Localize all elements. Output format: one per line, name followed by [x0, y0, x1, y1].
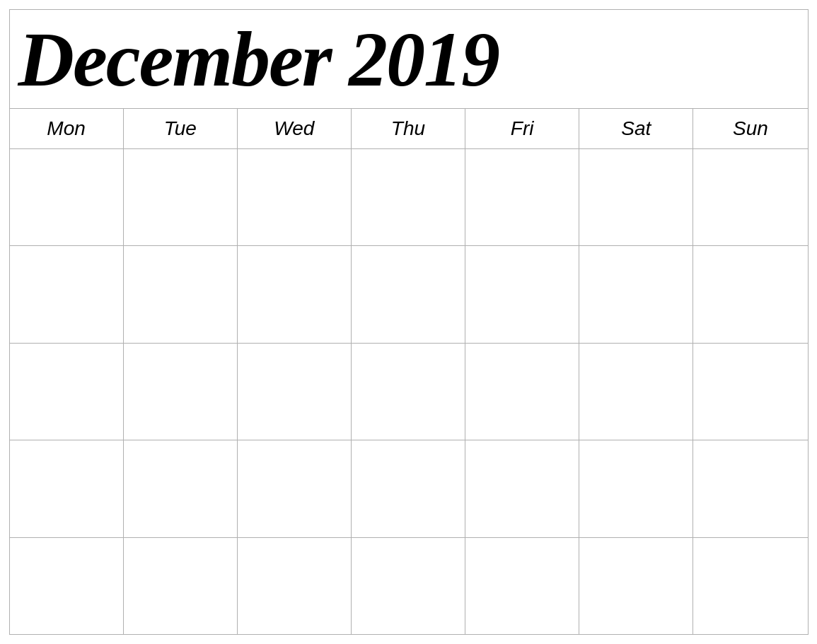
day-cell[interactable] — [238, 246, 352, 342]
day-cell[interactable] — [124, 538, 238, 634]
day-cell[interactable] — [465, 538, 579, 634]
week-row-1 — [10, 149, 808, 246]
day-cell[interactable] — [465, 149, 579, 245]
day-cell[interactable] — [352, 246, 465, 342]
day-cell[interactable] — [124, 344, 238, 440]
day-cell[interactable] — [579, 538, 693, 634]
day-cell[interactable] — [10, 538, 124, 634]
calendar-title: December 2019 — [18, 17, 799, 103]
calendar-header: December 2019 — [10, 10, 808, 109]
day-cell[interactable] — [10, 344, 124, 440]
week-row-5 — [10, 538, 808, 634]
day-cell[interactable] — [10, 440, 124, 537]
day-cell[interactable] — [124, 440, 238, 537]
day-cell[interactable] — [124, 246, 238, 342]
day-headers-row: MonTueWedThuFriSatSun — [10, 109, 808, 149]
day-cell[interactable] — [465, 440, 579, 537]
day-cell[interactable] — [693, 149, 807, 245]
day-header-sun: Sun — [693, 109, 807, 148]
week-row-4 — [10, 440, 808, 537]
day-cell[interactable] — [579, 246, 693, 342]
week-row-2 — [10, 246, 808, 343]
day-cell[interactable] — [10, 246, 124, 342]
day-cell[interactable] — [352, 149, 465, 245]
day-header-thu: Thu — [352, 109, 465, 148]
day-cell[interactable] — [579, 440, 693, 537]
day-cell[interactable] — [10, 149, 124, 245]
day-cell[interactable] — [693, 440, 807, 537]
day-cell[interactable] — [238, 344, 352, 440]
day-cell[interactable] — [465, 344, 579, 440]
weeks-container — [10, 149, 808, 634]
day-header-fri: Fri — [465, 109, 579, 148]
day-cell[interactable] — [352, 440, 465, 537]
day-cell[interactable] — [352, 344, 465, 440]
day-cell[interactable] — [238, 149, 352, 245]
day-cell[interactable] — [238, 440, 352, 537]
day-cell[interactable] — [693, 538, 807, 634]
day-cell[interactable] — [579, 149, 693, 245]
day-cell[interactable] — [352, 538, 465, 634]
day-cell[interactable] — [124, 149, 238, 245]
day-cell[interactable] — [693, 344, 807, 440]
day-header-tue: Tue — [124, 109, 238, 148]
day-cell[interactable] — [238, 538, 352, 634]
week-row-3 — [10, 344, 808, 440]
calendar: December 2019 MonTueWedThuFriSatSun — [9, 9, 809, 635]
day-cell[interactable] — [693, 246, 807, 342]
day-header-sat: Sat — [579, 109, 693, 148]
day-header-mon: Mon — [10, 109, 124, 148]
calendar-grid: MonTueWedThuFriSatSun — [10, 109, 808, 634]
day-cell[interactable] — [465, 246, 579, 342]
day-cell[interactable] — [579, 344, 693, 440]
day-header-wed: Wed — [238, 109, 352, 148]
